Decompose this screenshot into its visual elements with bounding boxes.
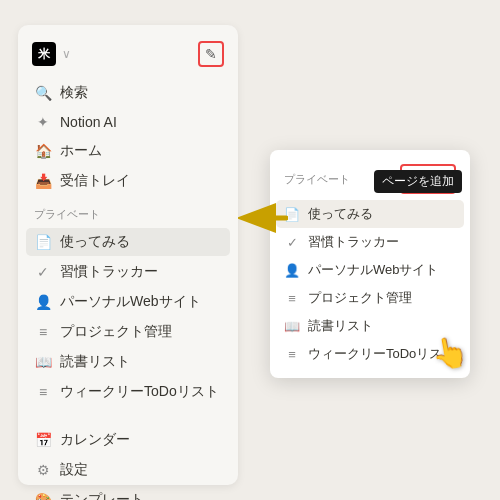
- calendar-label: カレンダー: [60, 431, 130, 449]
- dropdown-project-label: プロジェクト管理: [308, 289, 412, 307]
- new-page-button[interactable]: ✎: [198, 41, 224, 67]
- calendar-icon: 📅: [34, 432, 52, 448]
- hand-cursor-indicator: 👆: [428, 332, 471, 373]
- sidebar-item-inbox[interactable]: 📥 受信トレイ: [26, 167, 230, 195]
- chevron-icon: ∨: [62, 47, 71, 61]
- document-icon: 📄: [34, 234, 52, 250]
- reading-list-label: 読書リスト: [60, 353, 130, 371]
- try-it-label: 使ってみる: [60, 233, 130, 251]
- search-label: 検索: [60, 84, 88, 102]
- sidebar-item-project-mgmt[interactable]: ≡ プロジェクト管理: [26, 318, 230, 346]
- dropdown-reading-label: 読書リスト: [308, 317, 373, 335]
- settings-label: 設定: [60, 461, 88, 479]
- logo-icon: 米: [32, 42, 56, 66]
- sidebar-header-actions: ✎: [198, 41, 224, 67]
- dropdown-section-label: プライベート: [284, 172, 350, 187]
- dropdown-item-reading-list[interactable]: 📖 読書リスト: [276, 312, 464, 340]
- dropdown-personal-label: パーソナルWebサイト: [308, 261, 439, 279]
- sidebar-item-home[interactable]: 🏠 ホーム: [26, 137, 230, 165]
- sidebar: 米 ∨ ✎ 🔍 検索 ✦ Notion AI 🏠 ホーム 📥 受信トレイ プライ…: [18, 25, 238, 485]
- book-icon: 📖: [34, 354, 52, 370]
- private-section-label: プライベート: [26, 197, 230, 226]
- notion-ai-label: Notion AI: [60, 114, 117, 130]
- sidebar-item-calendar[interactable]: 📅 カレンダー: [26, 426, 230, 454]
- book-icon-2: 📖: [284, 319, 300, 334]
- sidebar-item-personal-website[interactable]: 👤 パーソナルWebサイト: [26, 288, 230, 316]
- sidebar-item-templates[interactable]: 🎨 テンプレート: [26, 486, 230, 500]
- dropdown-try-it-label: 使ってみる: [308, 205, 373, 223]
- person-icon: 👤: [34, 294, 52, 310]
- templates-icon: 🎨: [34, 492, 52, 500]
- check-icon: ✓: [34, 264, 52, 280]
- project-mgmt-label: プロジェクト管理: [60, 323, 172, 341]
- list-icon-2: ≡: [284, 347, 300, 362]
- sidebar-item-habit-tracker[interactable]: ✓ 習慣トラッカー: [26, 258, 230, 286]
- sidebar-item-weekly-todo[interactable]: ≡ ウィークリーToDoリスト: [26, 378, 230, 406]
- project-icon-2: ≡: [284, 291, 300, 306]
- inbox-icon: 📥: [34, 173, 52, 189]
- templates-label: テンプレート: [60, 491, 144, 500]
- dropdown-item-personal-website[interactable]: 👤 パーソナルWebサイト: [276, 256, 464, 284]
- sidebar-item-settings[interactable]: ⚙ 設定: [26, 456, 230, 484]
- sidebar-item-reading-list[interactable]: 📖 読書リスト: [26, 348, 230, 376]
- sidebar-item-search[interactable]: 🔍 検索: [26, 79, 230, 107]
- person-icon-2: 👤: [284, 263, 300, 278]
- sidebar-logo: 米 ∨: [32, 42, 71, 66]
- settings-icon: ⚙: [34, 462, 52, 478]
- edit-icon: ✎: [205, 46, 217, 62]
- sidebar-header: 米 ∨ ✎: [26, 37, 230, 77]
- habit-tracker-label: 習慣トラッカー: [60, 263, 158, 281]
- dropdown-item-habit-tracker[interactable]: ✓ 習慣トラッカー: [276, 228, 464, 256]
- weekly-todo-label: ウィークリーToDoリスト: [60, 383, 219, 401]
- search-icon: 🔍: [34, 85, 52, 101]
- add-page-button[interactable]: ページを追加: [374, 170, 462, 193]
- list-icon: ≡: [34, 384, 52, 400]
- project-icon: ≡: [34, 324, 52, 340]
- notion-ai-icon: ✦: [34, 114, 52, 130]
- personal-website-label: パーソナルWebサイト: [60, 293, 201, 311]
- sidebar-item-try-it[interactable]: 📄 使ってみる: [26, 228, 230, 256]
- dropdown-item-project-mgmt[interactable]: ≡ プロジェクト管理: [276, 284, 464, 312]
- dropdown-habit-label: 習慣トラッカー: [308, 233, 399, 251]
- arrow-indicator: [238, 198, 288, 241]
- inbox-label: 受信トレイ: [60, 172, 130, 190]
- home-label: ホーム: [60, 142, 102, 160]
- sidebar-item-notion-ai[interactable]: ✦ Notion AI: [26, 109, 230, 135]
- dropdown-item-try-it[interactable]: 📄 使ってみる: [276, 200, 464, 228]
- home-icon: 🏠: [34, 143, 52, 159]
